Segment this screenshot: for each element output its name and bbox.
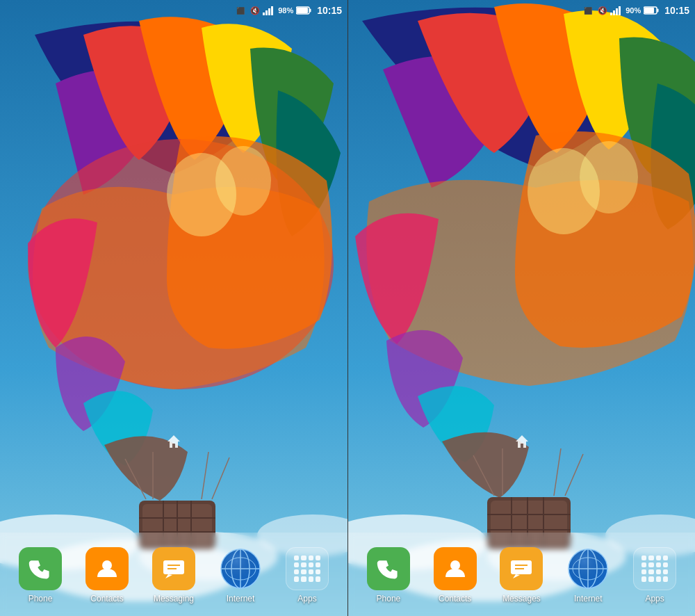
left-dock: Phone Contacts Messaging	[0, 533, 348, 616]
right-time: 10:15	[664, 5, 689, 16]
svg-rect-63	[511, 560, 532, 574]
left-mute-icon: 🔇	[250, 6, 260, 15]
right-status-bar: ⬛ 🔇 90% 10:15	[348, 0, 695, 21]
right-dock-messages[interactable]: Messages	[500, 547, 543, 603]
left-phone-screen: ⬛ 🔇 98% 10:15	[0, 0, 348, 616]
left-status-bar: ⬛ 🔇 98% 10:15	[0, 0, 348, 21]
right-internet-label: Internet	[574, 594, 603, 603]
right-messages-icon	[500, 547, 543, 590]
right-samsung-icon: ⬛	[584, 7, 592, 15]
svg-rect-20	[265, 10, 268, 15]
left-internet-icon	[219, 547, 262, 590]
svg-rect-58	[619, 6, 621, 15]
left-samsung-icon: ⬛	[236, 7, 245, 15]
left-status-icons: ⬛ 🔇 98% 10:15	[236, 5, 342, 16]
right-apps-grid	[641, 556, 668, 582]
left-dock-phone[interactable]: Phone	[19, 547, 62, 603]
left-dock-internet[interactable]: Internet	[219, 547, 262, 603]
left-apps-grid	[294, 556, 320, 582]
svg-rect-24	[310, 9, 311, 13]
right-apps-icon	[633, 547, 676, 590]
svg-rect-19	[263, 13, 265, 15]
left-phone-icon	[19, 547, 62, 590]
left-signal-icon	[263, 6, 275, 15]
svg-point-36	[221, 549, 260, 588]
right-dock-phone[interactable]: Phone	[367, 547, 410, 603]
svg-point-72	[569, 549, 607, 588]
left-dock-apps[interactable]: Apps	[286, 547, 329, 603]
left-messaging-icon	[152, 547, 195, 590]
right-battery-icon	[644, 6, 659, 15]
svg-rect-25	[297, 8, 308, 13]
right-contacts-icon	[434, 547, 477, 590]
right-dock: Phone Contacts Messages	[348, 533, 695, 616]
left-messaging-label: Messaging	[154, 594, 194, 603]
svg-rect-60	[657, 9, 659, 13]
left-battery-percent: 98%	[278, 6, 293, 15]
left-home-indicator	[166, 434, 181, 453]
right-status-icons: ⬛ 🔇 90% 10:15	[584, 5, 689, 16]
right-messages-label: Messages	[502, 594, 541, 603]
left-contacts-label: Contacts	[90, 594, 123, 603]
left-battery-icon	[296, 6, 311, 15]
right-apps-label: Apps	[645, 594, 664, 603]
right-dock-contacts[interactable]: Contacts	[434, 547, 477, 603]
right-phone-icon	[367, 547, 410, 590]
left-phone-label: Phone	[28, 594, 53, 603]
svg-rect-56	[613, 10, 615, 15]
svg-rect-61	[644, 8, 654, 13]
right-battery-percent: 90%	[626, 6, 641, 15]
right-main-content	[348, 21, 695, 533]
right-mute-icon: 🔇	[598, 6, 607, 15]
left-dock-contacts[interactable]: Contacts	[85, 547, 129, 603]
left-contacts-icon	[85, 547, 129, 590]
right-contacts-label: Contacts	[439, 594, 471, 603]
right-phone-label: Phone	[377, 594, 401, 603]
left-main-content	[0, 21, 348, 533]
svg-rect-27	[163, 560, 184, 574]
right-home-indicator	[514, 434, 530, 453]
left-apps-label: Apps	[297, 594, 316, 603]
svg-rect-57	[616, 8, 618, 15]
left-internet-label: Internet	[227, 594, 255, 603]
svg-rect-55	[610, 13, 612, 15]
svg-point-62	[450, 560, 460, 570]
svg-rect-22	[271, 6, 273, 15]
right-signal-icon	[610, 6, 623, 15]
right-dock-apps[interactable]: Apps	[633, 547, 676, 603]
svg-point-26	[102, 560, 112, 570]
left-time: 10:15	[317, 5, 342, 16]
svg-rect-21	[268, 8, 270, 15]
left-apps-icon	[286, 547, 329, 590]
left-dock-messaging[interactable]: Messaging	[152, 547, 195, 603]
right-dock-internet[interactable]: Internet	[566, 547, 610, 603]
right-internet-icon	[566, 547, 610, 590]
right-phone-screen: ⬛ 🔇 90% 10:15	[348, 0, 695, 616]
